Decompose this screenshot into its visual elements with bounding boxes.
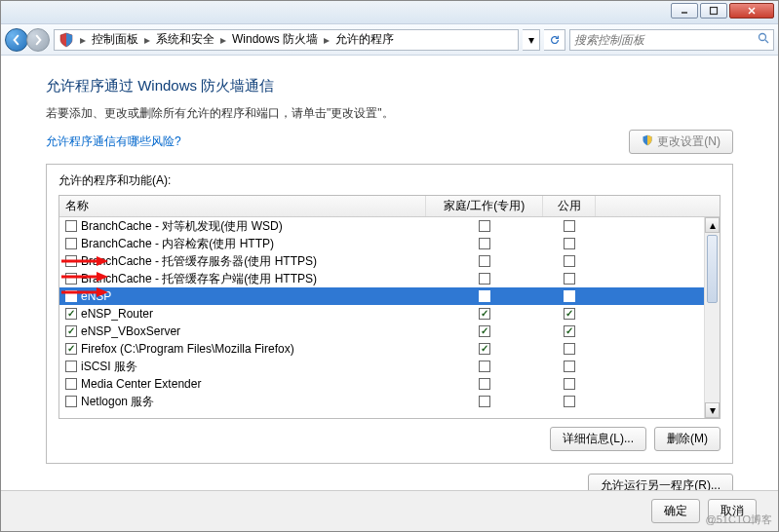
table-row[interactable]: eNSP_Router bbox=[59, 305, 704, 323]
homework-checkbox[interactable] bbox=[479, 290, 490, 302]
column-header-name[interactable]: 名称 bbox=[59, 196, 426, 216]
public-checkbox[interactable] bbox=[564, 273, 575, 285]
delete-button[interactable]: 删除(M) bbox=[654, 427, 721, 451]
row-name-label: BranchCache - 内容检索(使用 HTTP) bbox=[81, 236, 274, 252]
svg-marker-11 bbox=[97, 287, 108, 297]
homework-checkbox[interactable] bbox=[479, 378, 490, 390]
scroll-down-button[interactable]: ▾ bbox=[705, 402, 720, 418]
table-row[interactable]: Netlogon 服务 bbox=[59, 393, 704, 410]
table-row[interactable]: Media Center Extender bbox=[59, 375, 704, 393]
row-homework-cell bbox=[426, 325, 543, 337]
row-public-cell bbox=[543, 273, 596, 285]
close-button[interactable] bbox=[729, 3, 774, 19]
scroll-up-button[interactable]: ▴ bbox=[705, 217, 720, 233]
breadcrumb-dropdown[interactable]: ▾ bbox=[523, 29, 540, 51]
search-box[interactable] bbox=[569, 29, 774, 51]
table-row[interactable]: eNSP bbox=[59, 287, 704, 305]
public-checkbox[interactable] bbox=[564, 290, 575, 302]
public-checkbox[interactable] bbox=[564, 378, 575, 390]
scroll-thumb[interactable] bbox=[707, 235, 718, 303]
homework-checkbox[interactable] bbox=[479, 361, 490, 372]
row-homework-cell bbox=[426, 238, 543, 249]
content-area: 允许程序通过 Windows 防火墙通信 若要添加、更改或删除所有允许的程序和端… bbox=[1, 56, 778, 508]
public-checkbox[interactable] bbox=[564, 343, 575, 355]
row-checkbox[interactable] bbox=[65, 308, 77, 320]
breadcrumb-item[interactable]: 系统和安全 bbox=[156, 31, 214, 48]
public-checkbox[interactable] bbox=[564, 220, 575, 232]
svg-line-5 bbox=[765, 40, 768, 43]
allowed-programs-panel: 允许的程序和功能(A): 名称 家庭/工作(专用) 公用 BranchCache… bbox=[46, 164, 733, 464]
chevron-right-icon: ▸ bbox=[142, 33, 152, 47]
table-row[interactable]: BranchCache - 内容检索(使用 HTTP) bbox=[59, 235, 704, 252]
table-row[interactable]: Firefox (C:\Program Files\Mozilla Firefo… bbox=[59, 340, 704, 358]
dialog-footer: 确定 取消 bbox=[1, 490, 778, 531]
public-checkbox[interactable] bbox=[564, 238, 575, 249]
maximize-button[interactable] bbox=[700, 3, 727, 19]
row-name-cell: eNSP_Router bbox=[59, 307, 426, 321]
breadcrumb[interactable]: ▸ 控制面板 ▸ 系统和安全 ▸ Windows 防火墙 ▸ 允许的程序 bbox=[54, 29, 519, 51]
public-checkbox[interactable] bbox=[564, 325, 575, 337]
row-homework-cell bbox=[426, 308, 543, 320]
homework-checkbox[interactable] bbox=[479, 238, 490, 249]
nav-back-button[interactable] bbox=[5, 28, 28, 52]
grid-header: 名称 家庭/工作(专用) 公用 bbox=[59, 196, 720, 217]
titlebar bbox=[1, 1, 778, 24]
shield-icon bbox=[58, 32, 74, 48]
svg-point-4 bbox=[760, 34, 766, 41]
table-row[interactable]: eNSP_VBoxServer bbox=[59, 323, 704, 340]
breadcrumb-item[interactable]: 控制面板 bbox=[92, 31, 138, 48]
row-name-label: Firefox (C:\Program Files\Mozilla Firefo… bbox=[81, 342, 294, 356]
row-public-cell bbox=[543, 378, 596, 390]
row-checkbox[interactable] bbox=[65, 238, 77, 249]
breadcrumb-item[interactable]: 允许的程序 bbox=[335, 31, 394, 48]
homework-checkbox[interactable] bbox=[479, 343, 490, 355]
row-name-cell: eNSP_VBoxServer bbox=[59, 324, 426, 338]
risk-link[interactable]: 允许程序通信有哪些风险? bbox=[46, 133, 181, 150]
homework-checkbox[interactable] bbox=[479, 396, 490, 407]
ok-button[interactable]: 确定 bbox=[651, 499, 700, 523]
table-row[interactable]: BranchCache - 对等机发现(使用 WSD) bbox=[59, 217, 704, 235]
homework-checkbox[interactable] bbox=[479, 220, 490, 232]
public-checkbox[interactable] bbox=[564, 255, 575, 267]
homework-checkbox[interactable] bbox=[479, 255, 490, 267]
refresh-button[interactable] bbox=[544, 29, 565, 51]
homework-checkbox[interactable] bbox=[479, 273, 490, 285]
homework-checkbox[interactable] bbox=[479, 308, 490, 320]
nav-forward-button[interactable] bbox=[26, 28, 50, 52]
svg-marker-9 bbox=[97, 272, 108, 282]
row-checkbox[interactable] bbox=[65, 325, 77, 337]
search-input[interactable] bbox=[574, 33, 754, 47]
row-public-cell bbox=[543, 290, 596, 302]
minimize-button[interactable] bbox=[671, 3, 698, 19]
scrollbar[interactable]: ▴ ▾ bbox=[704, 217, 720, 418]
row-checkbox[interactable] bbox=[65, 343, 77, 355]
row-name-cell: Media Center Extender bbox=[59, 377, 426, 391]
table-row[interactable]: iSCSI 服务 bbox=[59, 358, 704, 375]
row-homework-cell bbox=[426, 273, 543, 285]
row-name-label: Netlogon 服务 bbox=[81, 394, 154, 410]
change-settings-button[interactable]: 更改设置(N) bbox=[629, 130, 733, 154]
row-homework-cell bbox=[426, 396, 543, 407]
public-checkbox[interactable] bbox=[564, 396, 575, 407]
grid-body: BranchCache - 对等机发现(使用 WSD)BranchCache -… bbox=[59, 217, 720, 418]
public-checkbox[interactable] bbox=[564, 361, 575, 372]
row-public-cell bbox=[543, 255, 596, 267]
row-checkbox[interactable] bbox=[65, 220, 77, 232]
table-row[interactable]: BranchCache - 托管缓存服务器(使用 HTTPS) bbox=[59, 252, 704, 270]
chevron-right-icon: ▸ bbox=[218, 33, 228, 47]
public-checkbox[interactable] bbox=[564, 308, 575, 320]
chevron-right-icon: ▸ bbox=[322, 33, 331, 47]
column-header-public[interactable]: 公用 bbox=[543, 196, 596, 216]
homework-checkbox[interactable] bbox=[479, 325, 490, 337]
row-name-cell: BranchCache - 对等机发现(使用 WSD) bbox=[59, 218, 426, 235]
breadcrumb-item[interactable]: Windows 防火墙 bbox=[232, 31, 318, 48]
row-checkbox[interactable] bbox=[65, 396, 77, 407]
programs-grid: 名称 家庭/工作(专用) 公用 BranchCache - 对等机发现(使用 W… bbox=[58, 195, 721, 419]
row-public-cell bbox=[543, 308, 596, 320]
column-header-homework[interactable]: 家庭/工作(专用) bbox=[426, 196, 543, 216]
row-checkbox[interactable] bbox=[65, 378, 77, 390]
table-row[interactable]: BranchCache - 托管缓存客户端(使用 HTTPS) bbox=[59, 270, 704, 287]
row-name-cell: BranchCache - 托管缓存客户端(使用 HTTPS) bbox=[59, 271, 426, 287]
row-checkbox[interactable] bbox=[65, 361, 77, 372]
details-button[interactable]: 详细信息(L)... bbox=[550, 427, 646, 451]
